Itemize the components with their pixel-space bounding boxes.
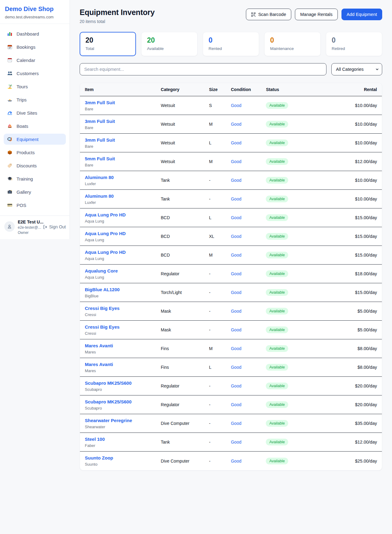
status-cell: Available	[266, 121, 310, 128]
item-condition-link[interactable]: Good	[231, 196, 241, 201]
item-name-link[interactable]: 3mm Full Suit	[85, 119, 115, 124]
table-row: BigBlue AL1200 BigBlue Torch/Light - Goo…	[80, 283, 382, 302]
item-condition-link[interactable]: Good	[231, 253, 241, 257]
sidebar-item-pos[interactable]: POS	[4, 200, 66, 211]
stat-card-retired[interactable]: 0 Retired	[326, 32, 382, 56]
item-name-link[interactable]: Suunto Zoop	[85, 455, 113, 460]
speedboat-icon	[7, 97, 13, 102]
stat-card-rented[interactable]: 0 Rented	[203, 32, 259, 56]
item-name-link[interactable]: Cressi Big Eyes	[85, 324, 119, 330]
item-condition-link[interactable]: Good	[231, 402, 241, 407]
sidebar-item-training[interactable]: Training	[4, 173, 66, 184]
condition-cell: Good	[231, 327, 266, 333]
status-badge: Available	[266, 121, 288, 128]
item-name-link[interactable]: Scubapro MK25/S600	[85, 399, 132, 404]
condition-cell: Good	[231, 177, 266, 183]
svg-text:17: 17	[9, 47, 11, 49]
item-name-link[interactable]: 3mm Full Suit	[85, 137, 115, 143]
sidebar-item-label: Gallery	[17, 189, 31, 195]
search-input[interactable]	[80, 63, 326, 75]
item-condition-link[interactable]: Good	[231, 309, 241, 314]
item-condition-link[interactable]: Good	[231, 346, 241, 351]
item-category: Fins	[161, 346, 209, 351]
sidebar-item-products[interactable]: Products	[4, 147, 66, 158]
table-row: Scubapro MK25/S600 Scubapro Regulator - …	[80, 395, 382, 414]
item-condition-link[interactable]: Good	[231, 103, 241, 108]
item-name-link[interactable]: Aluminum 80	[85, 193, 114, 199]
item-name-link[interactable]: Aluminum 80	[85, 175, 114, 180]
item-name-link[interactable]: Mares Avanti	[85, 343, 113, 348]
item-condition-link[interactable]: Good	[231, 365, 241, 370]
item-rental: $10.00/day	[310, 178, 377, 183]
status-cell: Available	[266, 270, 310, 277]
item-rental: $8.00/day	[310, 365, 377, 370]
status-cell: Available	[266, 458, 310, 464]
item-condition-link[interactable]: Good	[231, 440, 241, 444]
item-name-link[interactable]: Aqua Lung Pro HD	[85, 212, 126, 217]
item-name-link[interactable]: Aqua Lung Pro HD	[85, 231, 126, 236]
status-cell: Available	[266, 233, 310, 240]
item-condition-link[interactable]: Good	[231, 459, 241, 463]
condition-cell: Good	[231, 159, 266, 164]
item-condition-link[interactable]: Good	[231, 122, 241, 127]
item-rental: $20.00/day	[310, 402, 377, 407]
item-name-link[interactable]: Aqua Lung Pro HD	[85, 250, 126, 255]
item-name-link[interactable]: 5mm Full Suit	[85, 156, 115, 161]
category-select[interactable]: All Categories	[331, 63, 382, 75]
item-name-link[interactable]: BigBlue AL1200	[85, 287, 120, 292]
person-icon	[7, 224, 12, 229]
item-name-link[interactable]: Shearwater Peregrine	[85, 418, 132, 423]
item-brand: Cressi	[85, 331, 161, 336]
sidebar-item-boats[interactable]: Boats	[4, 120, 66, 132]
item-condition-link[interactable]: Good	[231, 271, 241, 276]
condition-cell: Good	[231, 103, 266, 108]
stat-card-total[interactable]: 20 Total	[80, 32, 136, 56]
status-badge: Available	[266, 158, 288, 165]
stat-card-available[interactable]: 20 Available	[141, 32, 198, 56]
sidebar-item-calendar[interactable]: Calendar	[4, 55, 66, 66]
item-condition-link[interactable]: Good	[231, 178, 241, 183]
item-size: -	[209, 271, 231, 276]
sailboat-icon	[7, 123, 13, 129]
sidebar-item-dashboard[interactable]: Dashboard	[4, 28, 66, 39]
item-cell: BigBlue AL1200 BigBlue	[85, 287, 161, 298]
sidebar-item-discounts[interactable]: Discounts	[4, 160, 66, 171]
stat-card-maintenance[interactable]: 0 Maintenance	[264, 32, 321, 56]
status-cell: Available	[266, 308, 310, 315]
item-name-link[interactable]: Aqualung Core	[85, 268, 118, 273]
item-condition-link[interactable]: Good	[231, 327, 241, 332]
item-condition-link[interactable]: Good	[231, 215, 241, 220]
sidebar-item-gallery[interactable]: Gallery	[4, 186, 66, 197]
item-condition-link[interactable]: Good	[231, 421, 241, 426]
item-name-link[interactable]: Scubapro MK25/S600	[85, 380, 132, 386]
sidebar-item-trips[interactable]: Trips	[4, 94, 66, 105]
add-equipment-button[interactable]: Add Equipment	[341, 9, 382, 20]
item-condition-link[interactable]: Good	[231, 140, 241, 145]
column-header-size: Size	[209, 87, 231, 92]
item-size: M	[209, 122, 231, 127]
stat-value: 0	[270, 36, 315, 44]
sidebar-item-bookings[interactable]: 17 Bookings	[4, 41, 66, 52]
item-condition-link[interactable]: Good	[231, 234, 241, 239]
item-condition-link[interactable]: Good	[231, 290, 241, 295]
sidebar-item-label: Equipment	[17, 137, 39, 142]
palm-tree-icon	[7, 84, 13, 89]
item-category: Regulator	[161, 402, 209, 407]
sidebar-item-customers[interactable]: Customers	[4, 68, 66, 79]
item-name-link[interactable]: 3mm Full Suit	[85, 100, 115, 105]
item-name-link[interactable]: Cressi Big Eyes	[85, 306, 119, 311]
sidebar-item-tours[interactable]: Tours	[4, 81, 66, 92]
item-name-link[interactable]: Steel 100	[85, 437, 105, 442]
manage-rentals-button[interactable]: Manage Rentals	[295, 9, 338, 20]
item-condition-link[interactable]: Good	[231, 383, 241, 388]
item-condition-link[interactable]: Good	[231, 159, 241, 164]
sidebar-item-dive-sites[interactable]: Dive Sites	[4, 107, 66, 118]
item-size: M	[209, 346, 231, 351]
sign-out-button[interactable]: Sign Out	[43, 224, 66, 229]
stat-value: 20	[147, 36, 192, 44]
scan-barcode-button[interactable]: Scan Barcode	[246, 9, 291, 20]
sidebar-item-label: Dive Sites	[17, 110, 37, 116]
table-row: Aqua Lung Pro HD Aqua Lung BCD L Good Av…	[80, 208, 382, 227]
sidebar-item-equipment[interactable]: Equipment	[4, 134, 66, 145]
item-name-link[interactable]: Mares Avanti	[85, 362, 113, 367]
